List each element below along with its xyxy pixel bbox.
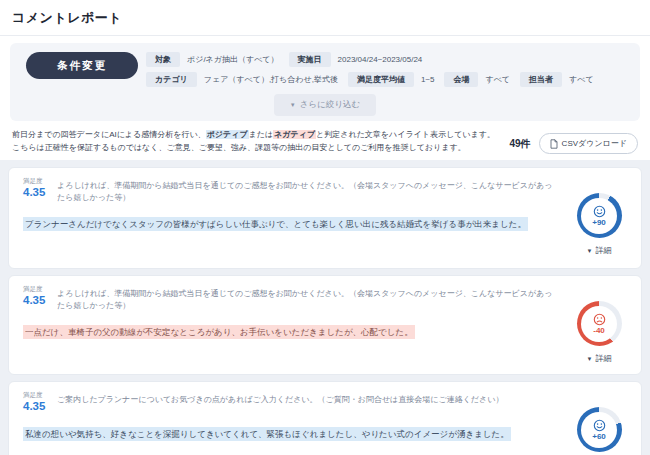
page-title: コメントレポート [12, 9, 638, 27]
satisfaction-value: 4.35 [23, 400, 57, 413]
chevron-down-icon: ▼ [587, 356, 593, 362]
change-conditions-button[interactable]: 条件変更 [26, 52, 138, 79]
chevron-down-icon: ▼ [587, 248, 593, 254]
filter-value: 1~5 [421, 75, 435, 84]
notice-text: と判定された文章をハイライト表示しています。 [316, 130, 495, 139]
negative-highlight-sample: ネガティブ [273, 130, 316, 139]
answer-text: プランナーさんだけでなくスタッフの皆様がすばらしい仕事ぶりで、とても楽しく思い出… [23, 217, 528, 231]
smiley-face-icon [593, 205, 606, 218]
refine-more-label: さらに絞り込む [300, 99, 361, 111]
filter-chips: 対象 ポジ/ネガ抽出（すべて） 実施日 2023/04/24~2023/05/2… [146, 50, 630, 87]
filter-chip-venue: 会場 すべて [444, 72, 510, 87]
csv-download-button[interactable]: CSVダウンロード [539, 133, 638, 154]
filter-value: フェア（すべて）,打ち合わせ,挙式後 [204, 74, 338, 85]
question-text: よろしければ、準備期間から結婚式当日を通じてのご感想をお聞かせください。（会場ス… [57, 285, 553, 311]
sentiment-gauge: +60 [577, 407, 622, 452]
notice-text: 前日分までの回答データにAIによる感情分析を行い、 [12, 130, 206, 139]
filter-chip-staff: 担当者 すべて [520, 72, 594, 87]
refine-more-button[interactable]: ▼ さらに絞り込む [274, 94, 376, 116]
filter-value: 2023/04/24~2023/05/24 [338, 55, 423, 64]
answer-text: 私達の想いや気持ち、好きなことを深掘りしてきいてくれて、緊張もほぐれましたし、や… [23, 427, 511, 441]
comment-card: 満足度 4.35 よろしければ、準備期間から結婚式当日を通じてのご感想をお聞かせ… [8, 275, 642, 375]
filter-value: すべて [485, 74, 510, 85]
filter-label: 担当者 [520, 72, 562, 87]
satisfaction-label: 満足度 [23, 285, 57, 294]
frown-face-icon [593, 313, 606, 326]
chevron-down-icon: ▼ [290, 102, 296, 108]
result-count: 49件 [509, 137, 530, 151]
ai-analysis-notice: 前日分までの回答データにAIによる感情分析を行い、ポジティブまたはネガティブと判… [12, 129, 509, 154]
notice-bar: 前日分までの回答データにAIによる感情分析を行い、ポジティブまたはネガティブと判… [0, 121, 650, 160]
detail-toggle[interactable]: ▼ 詳細 [587, 353, 612, 364]
page-header: コメントレポート [0, 0, 650, 36]
detail-label: 詳細 [595, 245, 611, 256]
detail-label: 詳細 [595, 353, 611, 364]
filter-chip-target: 対象 ポジ/ネガ抽出（すべて） [146, 52, 279, 67]
satisfaction-label: 満足度 [23, 177, 57, 186]
filter-chip-date: 実施日 2023/04/24~2023/05/24 [289, 52, 423, 67]
comment-card: 満足度 4.35 よろしければ、準備期間から結婚式当日を通じてのご感想をお聞かせ… [8, 167, 642, 269]
notice-text: または [249, 130, 274, 139]
filter-label: 満足度平均値 [348, 72, 414, 87]
sentiment-score: -40 [593, 327, 605, 335]
positive-highlight-sample: ポジティブ [206, 130, 249, 139]
satisfaction-value: 4.35 [23, 294, 57, 307]
question-text: よろしければ、準備期間から結婚式当日を通じてのご感想をお聞かせください。（会場ス… [57, 177, 553, 203]
satisfaction-value: 4.35 [23, 186, 57, 199]
filter-value: ポジ/ネガ抽出（すべて） [187, 54, 279, 65]
filter-label: 実施日 [289, 52, 331, 67]
filter-label: 会場 [444, 72, 478, 87]
comment-card: 満足度 4.35 ご案内したプランナーについてお気づきの点があればご入力ください… [8, 381, 642, 455]
document-icon [550, 139, 558, 149]
filter-chip-category: カテゴリ フェア（すべて）,打ち合わせ,挙式後 [146, 72, 338, 87]
comment-list: 満足度 4.35 よろしければ、準備期間から結婚式当日を通じてのご感想をお聞かせ… [0, 160, 650, 455]
question-text: ご案内したプランナーについてお気づきの点があればご入力ください。（ご質問・お問合… [57, 391, 503, 406]
detail-toggle[interactable]: ▼ 詳細 [587, 245, 612, 256]
answer-text: 一点だけ、車椅子の父の動線が不安定なところがあり、お手伝いをいただきましたが、心… [23, 325, 415, 339]
sentiment-score: +90 [592, 219, 606, 227]
filter-panel: 条件変更 対象 ポジ/ネガ抽出（すべて） 実施日 2023/04/24~2023… [10, 43, 640, 121]
smiley-face-icon [593, 419, 606, 432]
sentiment-gauge: -40 [577, 301, 622, 346]
csv-download-label: CSVダウンロード [562, 138, 627, 149]
filter-label: 対象 [146, 52, 180, 67]
satisfaction-block: 満足度 4.35 [23, 177, 57, 199]
filter-label: カテゴリ [146, 72, 197, 87]
filter-value: すべて [569, 74, 594, 85]
sentiment-score: +60 [592, 433, 606, 441]
notice-text-line2: こちらは正確性を保証するものではなく、ご意見、ご要望、強み、課題等の抽出の目安と… [12, 143, 466, 152]
sentiment-gauge: +90 [577, 193, 622, 238]
satisfaction-block: 満足度 4.35 [23, 391, 57, 413]
satisfaction-block: 満足度 4.35 [23, 285, 57, 307]
filter-chip-satisfaction-avg: 満足度平均値 1~5 [348, 72, 435, 87]
satisfaction-label: 満足度 [23, 391, 57, 400]
